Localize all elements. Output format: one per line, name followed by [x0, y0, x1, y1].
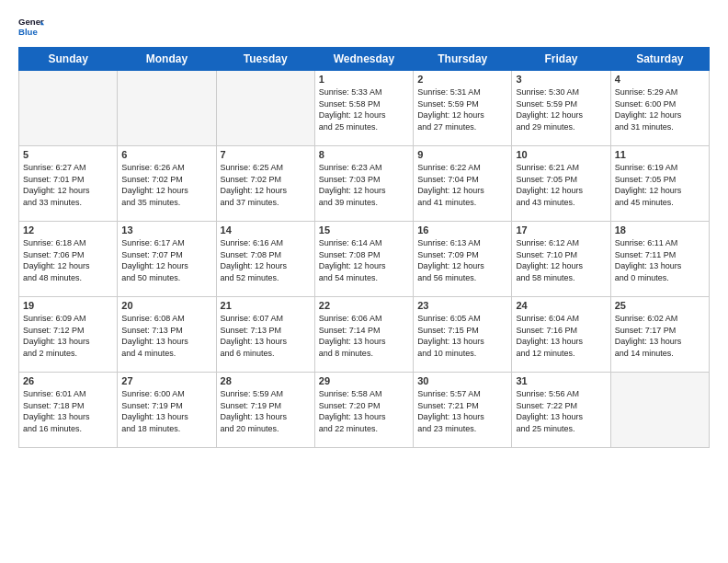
day-number: 7 [221, 149, 311, 160]
calendar-cell: 18Sunrise: 6:11 AM Sunset: 7:11 PM Dayli… [610, 222, 709, 297]
calendar-cell: 3Sunrise: 5:30 AM Sunset: 5:59 PM Daylig… [512, 71, 610, 146]
day-info: Sunrise: 6:13 AM Sunset: 7:09 PM Dayligh… [417, 237, 507, 283]
calendar-cell: 15Sunrise: 6:14 AM Sunset: 7:08 PM Dayli… [314, 222, 413, 297]
day-number: 30 [417, 375, 507, 386]
logo: General Blue [18, 14, 44, 40]
day-number: 26 [23, 375, 113, 386]
day-info: Sunrise: 6:19 AM Sunset: 7:05 PM Dayligh… [615, 162, 705, 208]
calendar-cell: 19Sunrise: 6:09 AM Sunset: 7:12 PM Dayli… [19, 297, 118, 373]
day-info: Sunrise: 5:31 AM Sunset: 5:59 PM Dayligh… [417, 86, 507, 132]
calendar-table: SundayMondayTuesdayWednesdayThursdayFrid… [18, 47, 710, 448]
calendar-cell: 27Sunrise: 6:00 AM Sunset: 7:19 PM Dayli… [118, 373, 216, 448]
calendar-cell: 7Sunrise: 6:25 AM Sunset: 7:02 PM Daylig… [216, 146, 314, 222]
day-number: 10 [516, 149, 606, 160]
day-number: 9 [417, 149, 507, 160]
day-info: Sunrise: 6:23 AM Sunset: 7:03 PM Dayligh… [319, 162, 409, 208]
calendar-week-5: 26Sunrise: 6:01 AM Sunset: 7:18 PM Dayli… [19, 373, 710, 448]
svg-text:Blue: Blue [18, 27, 38, 37]
weekday-header-sunday: Sunday [19, 48, 118, 71]
day-number: 16 [417, 224, 507, 236]
calendar-cell: 30Sunrise: 5:57 AM Sunset: 7:21 PM Dayli… [414, 373, 512, 448]
calendar-cell: 6Sunrise: 6:26 AM Sunset: 7:02 PM Daylig… [118, 146, 216, 222]
day-number: 29 [319, 375, 409, 386]
day-info: Sunrise: 6:27 AM Sunset: 7:01 PM Dayligh… [23, 162, 113, 208]
calendar-cell: 9Sunrise: 6:22 AM Sunset: 7:04 PM Daylig… [414, 146, 512, 222]
day-number: 20 [121, 300, 211, 311]
logo-icon: General Blue [18, 14, 44, 40]
calendar-cell: 16Sunrise: 6:13 AM Sunset: 7:09 PM Dayli… [414, 222, 512, 297]
calendar-week-1: 1Sunrise: 5:33 AM Sunset: 5:58 PM Daylig… [19, 71, 710, 146]
day-info: Sunrise: 6:17 AM Sunset: 7:07 PM Dayligh… [121, 237, 211, 283]
day-number: 17 [516, 224, 606, 236]
weekday-header-monday: Monday [118, 48, 216, 71]
day-number: 4 [615, 74, 705, 85]
calendar-cell: 13Sunrise: 6:17 AM Sunset: 7:07 PM Dayli… [118, 222, 216, 297]
day-number: 24 [516, 300, 606, 311]
day-info: Sunrise: 5:58 AM Sunset: 7:20 PM Dayligh… [319, 388, 409, 434]
calendar-cell [610, 373, 709, 448]
day-info: Sunrise: 6:02 AM Sunset: 7:17 PM Dayligh… [615, 313, 705, 359]
calendar-cell: 21Sunrise: 6:07 AM Sunset: 7:13 PM Dayli… [216, 297, 314, 373]
day-info: Sunrise: 6:16 AM Sunset: 7:08 PM Dayligh… [221, 237, 311, 283]
day-info: Sunrise: 5:29 AM Sunset: 6:00 PM Dayligh… [615, 86, 705, 132]
calendar-cell: 23Sunrise: 6:05 AM Sunset: 7:15 PM Dayli… [414, 297, 512, 373]
calendar-cell [118, 71, 216, 146]
day-number: 23 [417, 300, 507, 311]
day-number: 31 [516, 375, 606, 386]
day-info: Sunrise: 5:30 AM Sunset: 5:59 PM Dayligh… [516, 86, 606, 132]
day-number: 11 [615, 149, 705, 160]
day-info: Sunrise: 6:09 AM Sunset: 7:12 PM Dayligh… [23, 313, 113, 359]
day-info: Sunrise: 6:06 AM Sunset: 7:14 PM Dayligh… [319, 313, 409, 359]
calendar-cell: 28Sunrise: 5:59 AM Sunset: 7:19 PM Dayli… [216, 373, 314, 448]
day-info: Sunrise: 6:22 AM Sunset: 7:04 PM Dayligh… [417, 162, 507, 208]
calendar-cell: 4Sunrise: 5:29 AM Sunset: 6:00 PM Daylig… [610, 71, 709, 146]
day-info: Sunrise: 6:14 AM Sunset: 7:08 PM Dayligh… [319, 237, 409, 283]
day-number: 25 [615, 300, 705, 311]
day-number: 27 [121, 375, 211, 386]
page: General Blue SundayMondayTuesdayWednesda… [0, 0, 728, 563]
day-number: 3 [516, 74, 606, 85]
weekday-header-tuesday: Tuesday [216, 48, 314, 71]
day-number: 2 [417, 74, 507, 85]
day-number: 5 [23, 149, 113, 160]
day-info: Sunrise: 6:18 AM Sunset: 7:06 PM Dayligh… [23, 237, 113, 283]
day-info: Sunrise: 5:33 AM Sunset: 5:58 PM Dayligh… [319, 86, 409, 132]
calendar-week-3: 12Sunrise: 6:18 AM Sunset: 7:06 PM Dayli… [19, 222, 710, 297]
calendar-week-2: 5Sunrise: 6:27 AM Sunset: 7:01 PM Daylig… [19, 146, 710, 222]
calendar-cell: 25Sunrise: 6:02 AM Sunset: 7:17 PM Dayli… [610, 297, 709, 373]
calendar-week-4: 19Sunrise: 6:09 AM Sunset: 7:12 PM Dayli… [19, 297, 710, 373]
calendar-cell: 10Sunrise: 6:21 AM Sunset: 7:05 PM Dayli… [512, 146, 610, 222]
day-info: Sunrise: 6:12 AM Sunset: 7:10 PM Dayligh… [516, 237, 606, 283]
header: General Blue [18, 14, 710, 40]
day-number: 1 [319, 74, 409, 85]
day-info: Sunrise: 6:01 AM Sunset: 7:18 PM Dayligh… [23, 388, 113, 434]
day-info: Sunrise: 6:05 AM Sunset: 7:15 PM Dayligh… [417, 313, 507, 359]
day-number: 18 [615, 224, 705, 236]
calendar-cell: 17Sunrise: 6:12 AM Sunset: 7:10 PM Dayli… [512, 222, 610, 297]
day-info: Sunrise: 6:08 AM Sunset: 7:13 PM Dayligh… [121, 313, 211, 359]
day-number: 14 [221, 224, 311, 236]
day-number: 19 [23, 300, 113, 311]
day-info: Sunrise: 6:07 AM Sunset: 7:13 PM Dayligh… [221, 313, 311, 359]
day-info: Sunrise: 6:04 AM Sunset: 7:16 PM Dayligh… [516, 313, 606, 359]
weekday-header-row: SundayMondayTuesdayWednesdayThursdayFrid… [19, 48, 710, 71]
calendar-cell: 22Sunrise: 6:06 AM Sunset: 7:14 PM Dayli… [314, 297, 413, 373]
day-number: 8 [319, 149, 409, 160]
day-number: 28 [221, 375, 311, 386]
day-number: 12 [23, 224, 113, 236]
day-info: Sunrise: 6:26 AM Sunset: 7:02 PM Dayligh… [121, 162, 211, 208]
day-info: Sunrise: 6:00 AM Sunset: 7:19 PM Dayligh… [121, 388, 211, 434]
calendar-cell: 8Sunrise: 6:23 AM Sunset: 7:03 PM Daylig… [314, 146, 413, 222]
day-info: Sunrise: 6:11 AM Sunset: 7:11 PM Dayligh… [615, 237, 705, 283]
day-number: 6 [121, 149, 211, 160]
day-info: Sunrise: 5:57 AM Sunset: 7:21 PM Dayligh… [417, 388, 507, 434]
day-number: 22 [319, 300, 409, 311]
calendar-cell: 31Sunrise: 5:56 AM Sunset: 7:22 PM Dayli… [512, 373, 610, 448]
day-info: Sunrise: 5:56 AM Sunset: 7:22 PM Dayligh… [516, 388, 606, 434]
calendar-cell [216, 71, 314, 146]
day-number: 21 [221, 300, 311, 311]
calendar-cell: 1Sunrise: 5:33 AM Sunset: 5:58 PM Daylig… [314, 71, 413, 146]
calendar-cell: 24Sunrise: 6:04 AM Sunset: 7:16 PM Dayli… [512, 297, 610, 373]
weekday-header-wednesday: Wednesday [314, 48, 413, 71]
calendar-cell: 11Sunrise: 6:19 AM Sunset: 7:05 PM Dayli… [610, 146, 709, 222]
